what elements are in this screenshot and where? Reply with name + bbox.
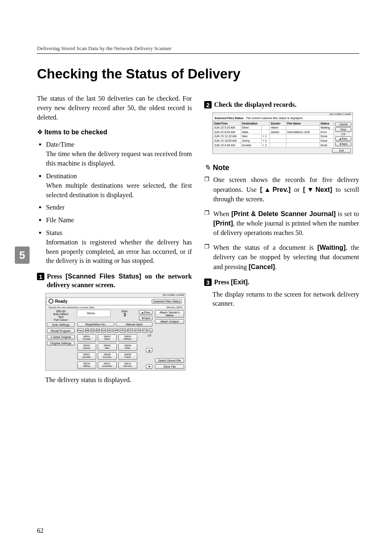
print-button[interactable]: Print [335, 127, 351, 132]
page-header: Delivering Stored Scan Data by the Netwo… [37, 45, 359, 54]
item-label: Status [46, 228, 192, 238]
status-table-screenshot: JUL 5,2002 1:14AM Scanned Files Status T… [212, 112, 353, 154]
step-number: 1 [37, 273, 44, 280]
one-sided-button[interactable]: 1 Sided Original [47, 335, 75, 339]
after-step1: The delivery status is displayed. [37, 375, 192, 385]
table-row[interactable]: JUN 15 11:22 AMAlex+ 1Done [213, 134, 334, 139]
cancel-button[interactable]: Cancel [335, 122, 351, 127]
pencil-icon: ✎ [204, 163, 210, 172]
next-button[interactable]: ▼Next [335, 142, 351, 146]
items-list: Date/TimeThe time when the delivery requ… [37, 140, 192, 266]
note-heading: Note [213, 164, 229, 172]
dest-cell[interactable]: 00004James [77, 343, 96, 351]
dest-cell[interactable]: 00008Dorothy [98, 352, 117, 360]
item-label: Date/Time [46, 140, 192, 150]
table-row[interactable]: JUN 15 10:05 AMJenny+ 2Done [213, 138, 334, 143]
page-indicator: 1/2 [335, 133, 351, 136]
prev-button[interactable]: ▲Prev. [335, 136, 351, 141]
scan-settings-button[interactable]: Scan Settings [47, 322, 75, 327]
select-stored-file-button[interactable]: Select Stored File [155, 358, 184, 363]
step1-text: Press [Scanned Files Status] on the netw… [47, 272, 192, 289]
recall-program-button[interactable]: Recall Program [47, 329, 75, 333]
item-desc: When multiple destinations were selected… [46, 182, 192, 199]
dest-cell[interactable]: 00002Mark [98, 334, 117, 342]
item-desc: Information is registered whether the de… [46, 238, 192, 265]
dest-cell[interactable]: 00003William [118, 334, 137, 342]
search-icon: 🔍 [149, 328, 152, 333]
original-settings-button[interactable]: Original Settings [47, 341, 75, 345]
dest-cell[interactable]: 00011Jonathan [98, 362, 117, 369]
note-item: One screen shows the records for five de… [213, 175, 359, 204]
step-number: 3 [204, 279, 212, 286]
alpha-tabs[interactable]: Freq.ABCDEFGHIJKLMNOPQRSTUVWXYZ🔍 [77, 328, 153, 333]
dest-cell[interactable]: 00010Jeffrey [77, 362, 96, 369]
step2-text: Check the displayed records. [214, 100, 297, 109]
manual-input-button[interactable]: Manual Input [116, 322, 153, 327]
status-indicator-icon [48, 299, 53, 304]
item-label: Sender [46, 203, 192, 212]
item-desc: The time when the delivery request was r… [46, 150, 192, 167]
step3-text: Press [Exit]. [214, 278, 249, 286]
step-number: 2 [204, 101, 212, 108]
note-item: When [Print & Delete Scanner Journal] is… [213, 209, 359, 238]
prev-button[interactable]: ▲Prev. [139, 310, 152, 315]
note-list: One screen shows the records for five de… [204, 175, 359, 272]
scroll-down-button[interactable]: ▼ [146, 364, 152, 369]
status-table: Date/TimeDestinationSenderFile NameStatu… [213, 121, 334, 147]
intro-paragraph: The status of the last 50 deliveries can… [37, 94, 192, 122]
scanned-files-status-button[interactable]: Scanned Files Status [152, 299, 182, 304]
section-number-tab: 5 [15, 246, 30, 264]
diamond-icon: ❖ [37, 128, 43, 136]
delivery-scanner-screenshot: JUL 5,2002 1:14AM Ready Scanned Files St… [45, 293, 186, 371]
registration-button[interactable]: Registration No. [77, 322, 114, 327]
dest-cell[interactable]: 00007Jennifer [77, 352, 96, 360]
next-button[interactable]: ▼Next [139, 316, 152, 320]
dest-cell[interactable]: 00001Donald [77, 334, 96, 342]
dest-cell[interactable]: 00009Frank [118, 352, 137, 360]
table-row[interactable]: JUN 22 8:52 AMMarkJamesInformation1.JUNE… [213, 130, 334, 134]
table-row[interactable]: JUN 23 9:25 AMEthelHelenWaiting [213, 125, 334, 130]
attach-subject-button[interactable]: Attach Subject [155, 319, 184, 324]
store-file-button[interactable]: Store File [155, 364, 184, 369]
dest-cell[interactable]: 00006Allan [118, 343, 137, 351]
table-row[interactable]: JUN 15 9:48 AMDonald+ 2Done [213, 143, 334, 147]
item-label: Destination [46, 172, 192, 181]
note-item: When the status of a document is [Waitin… [213, 243, 359, 272]
item-label: File Name [46, 216, 192, 225]
dest-cell[interactable]: 00012Monica [118, 362, 137, 369]
scroll-up-button[interactable]: ▲ [146, 348, 152, 352]
attach-sender-button[interactable]: Attach Sender's Name [155, 310, 184, 318]
page-title: Checking the Status of Delivery [37, 66, 359, 82]
page-number: 62 [37, 527, 44, 534]
after-step3: The display returns to the screen for ne… [204, 290, 359, 309]
dest-cell[interactable]: 00005Alex [98, 343, 117, 351]
exit-button[interactable]: Exit [332, 148, 351, 153]
items-heading: Items to be checked [44, 129, 107, 136]
